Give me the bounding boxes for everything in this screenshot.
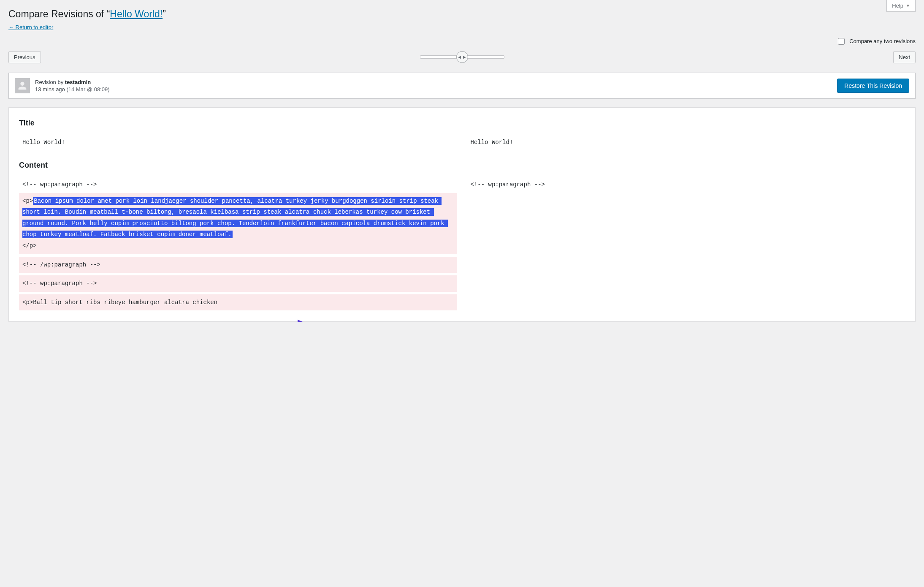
person-icon <box>16 80 28 92</box>
diff-left-line-1: <!-- wp:paragraph --> <box>19 177 457 193</box>
diff-left-p-open: <p> <box>22 198 33 204</box>
revision-slider[interactable]: ◄► <box>420 55 504 59</box>
revision-timestamp: (14 Mar @ 08:09) <box>66 86 109 92</box>
diff-left-removed-text: Bacon ipsum dolor amet pork loin landjae… <box>22 197 448 239</box>
diff-title-heading: Title <box>19 119 905 128</box>
diff-panel: Title Hello World! Hello World! Content … <box>8 107 916 322</box>
title-prefix: Compare Revisions of “ <box>8 8 110 19</box>
compare-two-label: Compare any two revisions <box>849 38 916 44</box>
slider-handle[interactable]: ◄► <box>456 51 468 63</box>
diff-left-line-5-open: <p> <box>22 299 33 306</box>
restore-revision-button[interactable]: Restore This Revision <box>837 79 909 93</box>
diff-left-p-close: </p> <box>22 242 37 249</box>
help-label: Help <box>892 3 903 9</box>
help-tab[interactable]: Help ▼ <box>886 0 916 12</box>
revision-author: testadmin <box>65 79 91 85</box>
avatar <box>15 78 30 93</box>
diff-left-line-3: <!-- /wp:paragraph --> <box>19 257 457 273</box>
revision-meta: Revision by testadmin 13 mins ago (14 Ma… <box>8 73 916 99</box>
diff-left-line-5: <p>Ball tip short ribs ribeye hamburger … <box>19 294 457 311</box>
return-to-editor-link[interactable]: ← Return to editor <box>8 24 53 30</box>
previous-button[interactable]: Previous <box>8 51 41 63</box>
arrow-right-icon: ► <box>462 54 467 60</box>
diff-right-line-1: <!-- wp:paragraph --> <box>467 177 905 193</box>
revision-by-label: Revision by <box>35 79 65 85</box>
diff-left-line-5-text: Ball tip short ribs ribeye hamburger alc… <box>33 299 217 306</box>
compare-two-checkbox[interactable] <box>838 38 845 45</box>
diff-title-left: Hello World! <box>19 134 457 151</box>
diff-left-removed-block: <p>Bacon ipsum dolor amet pork loin land… <box>19 193 457 254</box>
page-title: Compare Revisions of “Hello World!” <box>8 4 916 22</box>
diff-content-heading: Content <box>19 161 905 170</box>
revision-time-relative: 13 mins ago <box>35 86 65 92</box>
slider-track[interactable]: ◄► <box>420 55 504 59</box>
annotation-arrow-icon <box>298 316 424 322</box>
chevron-down-icon: ▼ <box>906 3 910 8</box>
diff-title-right: Hello World! <box>467 134 905 151</box>
next-button[interactable]: Next <box>893 51 916 63</box>
arrow-left-icon: ◄ <box>457 54 462 60</box>
diff-left-line-4: <!-- wp:paragraph --> <box>19 275 457 292</box>
post-title-link[interactable]: Hello World! <box>110 8 163 19</box>
title-suffix: ” <box>163 8 166 19</box>
compare-two-row: Compare any two revisions <box>8 38 916 45</box>
